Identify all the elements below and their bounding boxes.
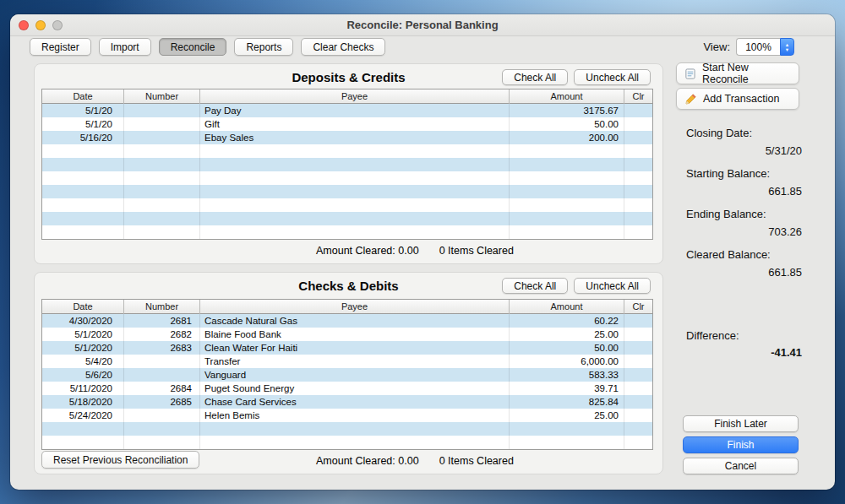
stepper-down-icon: ▼ [785, 47, 789, 52]
cell-date: 5/11/2020 [42, 382, 124, 395]
start-new-reconcile-button[interactable]: Start New Reconcile [676, 62, 799, 84]
table-row[interactable] [42, 185, 652, 198]
table-row[interactable] [42, 198, 652, 212]
table-row[interactable]: 5/24/2020Helen Bemis25.00 [42, 409, 652, 422]
table-row[interactable]: 5/11/20202684Puget Sound Energy39.71 [42, 382, 652, 395]
clr-checkbox-cell[interactable] [624, 185, 652, 198]
clr-checkbox-cell[interactable] [624, 382, 652, 395]
table-row[interactable]: 5/16/20Ebay Sales200.00 [42, 131, 652, 144]
table-row[interactable]: 5/6/20Vanguard583.33 [42, 368, 652, 382]
desktop: { "window": { "title": "Reconcile: Perso… [0, 0, 845, 504]
checks-uncheck-all-button[interactable]: Uncheck All [574, 278, 651, 294]
import-button[interactable]: Import [99, 38, 151, 56]
column-header[interactable]: Number [124, 300, 200, 314]
cell-payee [200, 422, 510, 436]
clr-checkbox-cell[interactable] [624, 341, 652, 355]
clr-checkbox-cell[interactable] [624, 355, 652, 368]
deposits-cleared-summary: Amount Cleared: 0.00 0 Items Cleared [316, 245, 514, 257]
table-row[interactable]: 5/1/20Gift50.00 [42, 117, 652, 131]
amount-cleared-label: Amount Cleared: [316, 455, 395, 467]
table-row[interactable] [42, 225, 652, 239]
table-row[interactable]: 5/1/20202682Blaine Food Bank25.00 [42, 328, 652, 341]
table-row[interactable] [42, 144, 652, 158]
clear-checks-button[interactable]: Clear Checks [301, 38, 385, 56]
cell-number [124, 171, 200, 185]
reconcile-button[interactable]: Reconcile [159, 38, 227, 56]
table-row[interactable]: 4/30/20202681Cascade Natural Gas60.22 [42, 314, 652, 328]
cell-amount: 50.00 [510, 341, 624, 355]
clr-checkbox-cell[interactable] [624, 395, 652, 409]
reports-button[interactable]: Reports [234, 38, 293, 56]
cell-date: 4/30/2020 [42, 314, 124, 328]
cell-payee: Chase Card Services [200, 395, 510, 409]
cell-date [42, 436, 124, 449]
table-row[interactable] [42, 212, 652, 225]
table-row[interactable] [42, 436, 652, 449]
column-header[interactable]: Clr [624, 300, 652, 314]
clr-checkbox-cell[interactable] [624, 171, 652, 185]
checks-check-all-button[interactable]: Check All [502, 278, 568, 294]
cell-number [124, 225, 200, 239]
table-row[interactable]: 5/18/20202685Chase Card Services825.84 [42, 395, 652, 409]
title-bar[interactable]: Reconcile: Personal Banking [10, 14, 835, 36]
clr-checkbox-cell[interactable] [624, 158, 652, 171]
column-header[interactable]: Payee [200, 300, 510, 314]
clr-checkbox-cell[interactable] [624, 328, 652, 341]
pencil-icon [684, 93, 697, 106]
cell-payee: Vanguard [200, 368, 510, 382]
cancel-button[interactable]: Cancel [683, 458, 799, 474]
cell-number [124, 355, 200, 368]
column-header[interactable]: Date [42, 89, 124, 104]
reset-previous-reconciliation-button[interactable]: Reset Previous Reconciliation [41, 451, 199, 469]
clr-checkbox-cell[interactable] [624, 314, 652, 328]
cell-amount [510, 198, 624, 212]
view-zoom-stepper[interactable]: ▲ ▼ [780, 38, 794, 56]
cell-payee: Ebay Sales [200, 131, 510, 144]
view-control: View: 100% ▲ ▼ [703, 38, 794, 56]
cell-date [42, 171, 124, 185]
cell-amount [510, 436, 624, 449]
register-button[interactable]: Register [30, 38, 91, 56]
starting-balance-label: Starting Balance: [686, 167, 770, 180]
clr-checkbox-cell[interactable] [624, 131, 652, 144]
table-row[interactable] [42, 158, 652, 171]
cell-amount: 6,000.00 [510, 355, 624, 368]
cell-amount: 50.00 [510, 117, 624, 131]
clr-checkbox-cell[interactable] [624, 436, 652, 449]
column-header[interactable]: Payee [200, 89, 510, 104]
clr-checkbox-cell[interactable] [624, 368, 652, 382]
clr-checkbox-cell[interactable] [624, 422, 652, 436]
table-row[interactable] [42, 171, 652, 185]
items-cleared-text: 0 Items Cleared [439, 245, 514, 257]
clr-checkbox-cell[interactable] [624, 104, 652, 117]
finish-later-button[interactable]: Finish Later [683, 415, 799, 432]
cell-number [124, 422, 200, 436]
view-zoom-value[interactable]: 100% [736, 38, 780, 56]
table-row[interactable] [42, 422, 652, 436]
table-row[interactable]: 5/4/20Transfer6,000.00 [42, 355, 652, 368]
cell-payee [200, 436, 510, 449]
cleared-balance-value: 661.85 [686, 266, 802, 279]
clr-checkbox-cell[interactable] [624, 198, 652, 212]
cell-amount: 25.00 [510, 328, 624, 341]
cell-date: 5/1/20 [42, 117, 124, 131]
clr-checkbox-cell[interactable] [624, 212, 652, 225]
cell-number [124, 131, 200, 144]
column-header[interactable]: Clr [624, 89, 652, 104]
deposits-uncheck-all-button[interactable]: Uncheck All [574, 69, 651, 85]
cell-date: 5/18/2020 [42, 395, 124, 409]
clr-checkbox-cell[interactable] [624, 144, 652, 158]
column-header[interactable]: Date [42, 300, 124, 314]
cell-date: 5/24/2020 [42, 409, 124, 422]
column-header[interactable]: Number [124, 89, 200, 104]
table-row[interactable]: 5/1/20Pay Day3175.67 [42, 104, 652, 117]
table-row[interactable]: 5/1/20202683Clean Water For Haiti50.00 [42, 341, 652, 355]
finish-button[interactable]: Finish [683, 436, 799, 453]
clr-checkbox-cell[interactable] [624, 117, 652, 131]
clr-checkbox-cell[interactable] [624, 225, 652, 239]
add-transaction-button[interactable]: Add Transaction [676, 88, 799, 110]
column-header[interactable]: Amount [510, 300, 624, 314]
column-header[interactable]: Amount [510, 89, 624, 104]
clr-checkbox-cell[interactable] [624, 409, 652, 422]
deposits-check-all-button[interactable]: Check All [502, 69, 568, 85]
